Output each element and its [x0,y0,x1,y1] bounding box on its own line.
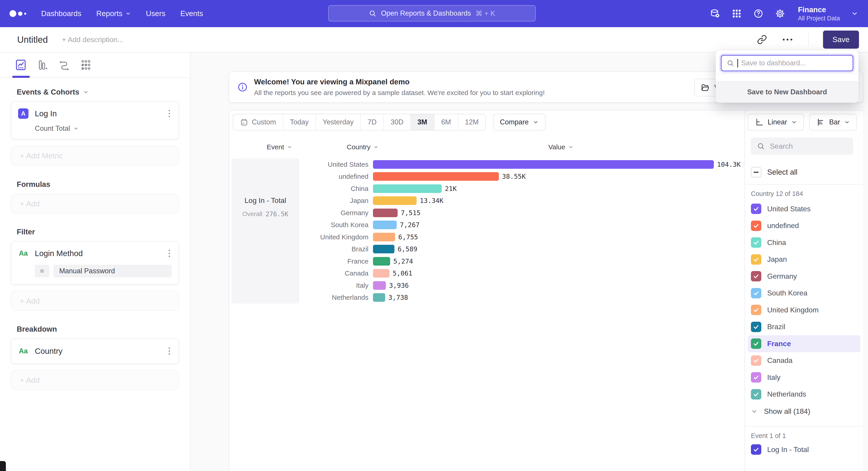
filter-value[interactable]: Manual Password [53,265,172,277]
bar[interactable] [373,196,416,205]
nav-item-users[interactable]: Users [146,9,165,18]
range-segment-7d[interactable]: 7D [361,114,384,130]
chart-row: Germany7,515 [231,207,743,219]
apps-grid-icon[interactable] [732,8,742,19]
events-cohorts-header[interactable]: Events & Cohorts [17,88,179,96]
legend-item-brazil[interactable]: Brazil [748,319,860,335]
legend-checkbox[interactable] [751,389,761,400]
tab-retention-icon[interactable] [80,59,92,71]
legend-search-input[interactable]: Search [751,138,853,155]
add-filter-button[interactable]: + Add [11,291,179,311]
legend-item-united-states[interactable]: United States [748,200,860,217]
breakdown-property-name[interactable]: Country [35,347,63,356]
legend-checkbox[interactable] [751,288,761,298]
legend-item-france[interactable]: France [748,335,860,352]
legend-checkbox[interactable] [751,237,761,248]
legend-checkbox[interactable] [751,372,761,383]
more-options-icon[interactable] [781,37,794,42]
legend-item-south-korea[interactable]: South Korea [748,285,860,302]
tab-insights-icon[interactable] [14,59,27,71]
legend-item-italy[interactable]: Italy [748,369,860,386]
filter-property-name[interactable]: Login Method [35,249,83,258]
bar[interactable] [373,172,499,181]
report-title[interactable]: Untitled [17,35,48,45]
breakdown-card[interactable]: Aa Country [11,338,179,364]
project-switcher[interactable]: Finance All Project Data [798,5,840,22]
filter-card[interactable]: Aa Login Method = Manual Password [11,241,179,285]
column-header-country[interactable]: Country [347,143,379,152]
bar-value-label: 5,274 [393,258,413,265]
bar[interactable] [373,160,714,169]
legend-checkbox[interactable] [751,271,761,282]
mixpanel-logo[interactable] [9,10,26,17]
metric-aggregation[interactable]: Count Total [35,124,179,133]
tab-funnels-icon[interactable] [36,59,49,71]
settings-gear-icon[interactable] [775,8,785,19]
legend-item-netherlands[interactable]: Netherlands [748,386,860,403]
column-header-event[interactable]: Event [267,143,292,152]
bar[interactable] [373,209,398,217]
compare-button[interactable]: Compare [493,114,546,130]
save-to-new-dashboard-button[interactable]: Save to New Dashboard [716,81,858,102]
range-segment-3m[interactable]: 3M [411,114,434,130]
range-segment-6m[interactable]: 6M [434,114,458,130]
add-breakdown-button[interactable]: + Add [11,370,179,390]
legend-checkbox[interactable] [751,444,761,455]
nav-item-events[interactable]: Events [180,9,203,18]
legend-checkbox[interactable] [751,355,761,366]
logo-dot [24,13,26,15]
legend-checkbox[interactable] [751,338,761,349]
nav-item-dashboards[interactable]: Dashboards [41,9,81,18]
tab-flows-icon[interactable] [58,59,70,71]
save-button[interactable]: Save [823,31,859,49]
bar[interactable] [373,184,442,193]
legend-item-china[interactable]: China [748,234,860,251]
legend-item-canada[interactable]: Canada [748,352,860,369]
filter-operator[interactable]: = [35,265,49,277]
legend-item-germany[interactable]: Germany [748,268,860,285]
range-segment-30d[interactable]: 30D [384,114,411,130]
legend-checkbox[interactable] [751,305,761,315]
chart-type-button[interactable]: Bar [809,114,857,130]
legend-item-undefined[interactable]: undefined [748,217,860,234]
add-formula-button[interactable]: + Add [11,194,179,213]
legend-event-item-log-in---total[interactable]: Log In - Total [748,441,860,458]
legend-checkbox[interactable] [751,322,761,332]
legend-item-japan[interactable]: Japan [748,251,860,268]
metric-kebab-icon[interactable] [167,108,172,119]
bar[interactable] [373,257,390,266]
select-all-checkbox[interactable] [751,167,761,177]
bar[interactable] [373,293,385,302]
bar[interactable] [373,281,386,290]
select-all-row[interactable]: Select all [751,167,798,177]
global-search-button[interactable]: Open Reports & Dashboards ⌘ + K [328,5,536,22]
copy-link-icon[interactable] [757,35,767,45]
data-management-icon[interactable] [710,8,720,19]
show-all-button[interactable]: Show all (184) [751,407,810,416]
range-segment-yesterday[interactable]: Yesterday [316,114,361,130]
bar[interactable] [373,220,397,229]
report-description-placeholder[interactable]: + Add description... [62,35,124,44]
bar[interactable] [373,233,395,241]
range-segment-custom[interactable]: Custom [233,114,283,130]
bar[interactable] [373,269,390,277]
legend-checkbox[interactable] [751,204,761,214]
legend-checkbox[interactable] [751,220,761,231]
range-segment-today[interactable]: Today [283,114,316,130]
metric-event-name[interactable]: Log In [35,109,57,118]
filter-kebab-icon[interactable] [167,248,172,259]
bar[interactable] [373,245,395,254]
add-metric-button[interactable]: + Add Metric [11,146,179,166]
nav-item-reports[interactable]: Reports [96,9,131,18]
legend-checkbox[interactable] [751,254,761,265]
range-segment-label: 6M [441,118,451,126]
save-to-dashboard-input[interactable]: Save to dashboard... [721,55,853,71]
breakdown-kebab-icon[interactable] [167,346,172,356]
column-header-value[interactable]: Value [548,143,574,152]
legend-item-united-kingdom[interactable]: United Kingdom [748,301,860,319]
help-icon[interactable] [753,8,764,19]
scale-selector-button[interactable]: Linear [748,114,804,130]
metric-letter-badge: A [18,108,29,119]
range-segment-12m[interactable]: 12M [458,114,485,130]
metric-card[interactable]: A Log In Count Total [11,101,179,139]
